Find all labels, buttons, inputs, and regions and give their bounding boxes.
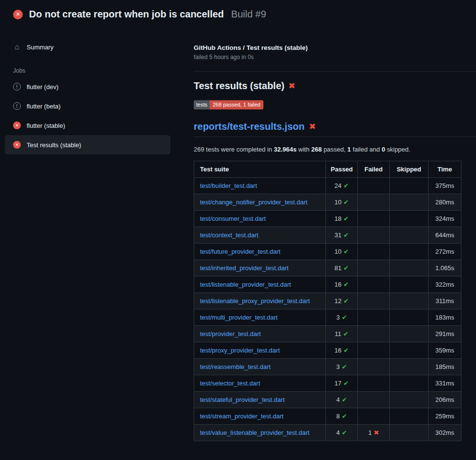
check-icon: ✔	[342, 396, 347, 403]
test-suite-link[interactable]: test/provider_test.dart	[200, 330, 261, 337]
failed-cell	[358, 359, 390, 375]
sidebar: ⌂ Summary Jobs ! flutter (dev) ! flutter…	[0, 27, 194, 154]
failed-cell	[358, 408, 390, 425]
badge-value: 268 passed, 1 failed	[210, 100, 263, 109]
x-circle-icon: ✕	[13, 122, 21, 129]
divider	[194, 71, 476, 72]
test-suite-link[interactable]: test/listenable_proxy_provider_test.dart	[200, 297, 310, 305]
cross-icon: ✖	[374, 429, 379, 436]
suite-cell: test/listenable_proxy_provider_test.dart	[194, 293, 326, 309]
failed-cell	[358, 342, 390, 359]
test-suite-link[interactable]: test/change_notifier_provider_test.dart	[200, 199, 307, 206]
test-suite-link[interactable]: test/builder_test.dart	[200, 182, 257, 189]
sidebar-item-summary[interactable]: ⌂ Summary	[5, 37, 170, 57]
failed-cell	[358, 309, 390, 326]
table-row: test/context_test.dart31✔644ms	[194, 227, 461, 244]
test-suite-link[interactable]: test/future_provider_test.dart	[200, 248, 280, 255]
suite-cell: test/reassemble_test.dart	[194, 359, 326, 375]
skipped-cell	[390, 293, 429, 309]
passed-count: 17	[335, 380, 341, 387]
sidebar-item-test-results-stable[interactable]: ✕ Test results (stable)	[5, 135, 170, 154]
skipped-cell	[390, 211, 429, 227]
test-suite-link[interactable]: test/listenable_provider_test.dart	[200, 281, 291, 288]
test-suite-link[interactable]: test/reassemble_test.dart	[200, 363, 271, 370]
passed-cell: 24✔	[326, 178, 358, 194]
check-icon: ✔	[343, 231, 349, 239]
sidebar-item-flutter-dev[interactable]: ! flutter (dev)	[5, 77, 170, 96]
test-suite-link[interactable]: test/multi_provider_test.dart	[200, 314, 277, 321]
summary-mid3: failed and	[351, 146, 382, 153]
x-circle-icon: ✕	[13, 10, 23, 19]
summary-mid1: with	[296, 146, 311, 153]
skipped-cell	[390, 260, 429, 276]
passed-cell: 11✔	[326, 326, 358, 342]
table-row: test/inherited_provider_test.dart81✔1.06…	[194, 260, 461, 276]
table-row: test/listenable_proxy_provider_test.dart…	[194, 293, 461, 309]
check-icon: ✔	[343, 380, 349, 387]
summary-line: 269 tests were completed in 32.964s with…	[194, 146, 476, 153]
summary-passed: 268	[311, 146, 322, 153]
time-cell: 183ms	[429, 309, 461, 326]
test-suite-link[interactable]: test/proxy_provider_test.dart	[200, 347, 280, 354]
cross-mark-icon: ✖	[309, 122, 316, 132]
tests-badge: tests 268 passed, 1 failed	[194, 100, 263, 109]
passed-count: 81	[335, 264, 341, 272]
passed-cell: 17✔	[326, 375, 358, 392]
run-header: ✕ Do not create report when job is cance…	[0, 0, 476, 27]
test-suite-link[interactable]: test/value_listenable_provider_test.dart	[200, 429, 309, 436]
summary-failed: 1	[347, 146, 351, 153]
failed-count: 1	[368, 429, 371, 436]
check-icon: ✔	[342, 413, 347, 420]
check-icon: ✔	[343, 215, 349, 222]
failed-cell	[358, 293, 390, 309]
report-file-link[interactable]: reports/test-results.json	[194, 121, 305, 132]
suite-cell: test/selector_test.dart	[194, 375, 326, 392]
failed-cell	[358, 211, 390, 227]
suite-cell: test/stateful_provider_test.dart	[194, 392, 326, 408]
passed-count: 16	[335, 347, 341, 354]
table-row: test/value_listenable_provider_test.dart…	[194, 425, 461, 441]
test-table-body: test/builder_test.dart24✔375mstest/chang…	[194, 178, 461, 441]
check-icon: ✔	[342, 314, 347, 321]
sidebar-item-flutter-beta[interactable]: ! flutter (beta)	[5, 96, 170, 116]
passed-count: 31	[335, 231, 341, 239]
failed-cell	[358, 194, 390, 211]
check-icon: ✔	[343, 297, 349, 305]
test-suite-link[interactable]: test/context_test.dart	[200, 231, 259, 239]
time-cell: 259ms	[429, 408, 461, 425]
section-title-text: Test results (stable)	[194, 80, 284, 92]
failed-cell: 1✖	[358, 425, 390, 441]
suite-cell: test/inherited_provider_test.dart	[194, 260, 326, 276]
jobs-section-label: Jobs	[13, 67, 170, 74]
suite-cell: test/change_notifier_provider_test.dart	[194, 194, 326, 211]
table-row: test/reassemble_test.dart3✔185ms	[194, 359, 461, 375]
check-icon: ✔	[342, 363, 347, 370]
failed-cell	[358, 227, 390, 244]
badge-label: tests	[194, 100, 210, 109]
table-row: test/provider_test.dart11✔291ms	[194, 326, 461, 342]
sidebar-item-label: flutter (stable)	[27, 122, 65, 129]
run-title: Do not create report when job is cancell…	[29, 9, 224, 20]
col-header-passed: Passed	[326, 161, 358, 178]
sidebar-item-label: flutter (beta)	[27, 103, 61, 110]
sidebar-item-label: Summary	[27, 44, 54, 51]
table-row: test/multi_provider_test.dart3✔183ms	[194, 309, 461, 326]
suite-cell: test/listenable_provider_test.dart	[194, 276, 326, 293]
passed-cell: 18✔	[326, 211, 358, 227]
time-cell: 644ms	[429, 227, 461, 244]
test-suite-link[interactable]: test/stateful_provider_test.dart	[200, 396, 285, 403]
time-cell: 272ms	[429, 244, 461, 260]
test-suite-link[interactable]: test/selector_test.dart	[200, 380, 260, 387]
cancelled-icon: !	[13, 102, 21, 110]
passed-count: 12	[335, 297, 341, 305]
sidebar-item-flutter-stable[interactable]: ✕ flutter (stable)	[5, 116, 170, 135]
table-row: test/change_notifier_provider_test.dart1…	[194, 194, 461, 211]
test-suite-link[interactable]: test/inherited_provider_test.dart	[200, 264, 289, 272]
failed-cell	[358, 244, 390, 260]
test-suite-link[interactable]: test/consumer_test.dart	[200, 215, 266, 222]
failed-cell	[358, 178, 390, 194]
time-cell: 280ms	[429, 194, 461, 211]
time-cell: 322ms	[429, 276, 461, 293]
test-suite-link[interactable]: test/stream_provider_test.dart	[200, 413, 284, 420]
check-icon: ✔	[343, 182, 349, 189]
